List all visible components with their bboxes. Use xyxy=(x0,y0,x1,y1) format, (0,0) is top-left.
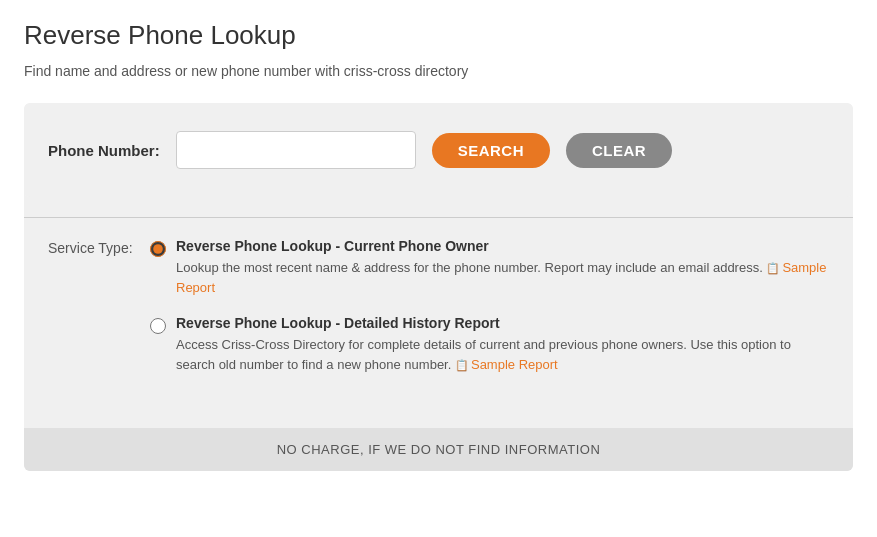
option-content-history: Reverse Phone Lookup - Detailed History … xyxy=(176,315,829,374)
option-title-history: Reverse Phone Lookup - Detailed History … xyxy=(176,315,829,331)
divider xyxy=(24,217,853,218)
clear-button[interactable]: CLEAR xyxy=(566,133,672,168)
footer-bar: NO CHARGE, IF WE DO NOT FIND INFORMATION xyxy=(24,428,853,471)
service-options: Reverse Phone Lookup - Current Phone Own… xyxy=(150,238,829,374)
option-desc-history: Access Criss-Cross Directory for complet… xyxy=(176,335,829,374)
option-title-current: Reverse Phone Lookup - Current Phone Own… xyxy=(176,238,829,254)
service-row: Service Type: Reverse Phone Lookup - Cur… xyxy=(48,238,829,374)
footer-text: NO CHARGE, IF WE DO NOT FIND INFORMATION xyxy=(277,442,601,457)
option-content-current: Reverse Phone Lookup - Current Phone Own… xyxy=(176,238,829,297)
service-label: Service Type: xyxy=(48,238,138,256)
search-panel: Phone Number: SEARCH CLEAR xyxy=(24,103,853,197)
page-title: Reverse Phone Lookup xyxy=(24,20,853,51)
phone-label: Phone Number: xyxy=(48,142,160,159)
service-option-history: Reverse Phone Lookup - Detailed History … xyxy=(150,315,829,374)
service-option-current: Reverse Phone Lookup - Current Phone Own… xyxy=(150,238,829,297)
service-section: Service Type: Reverse Phone Lookup - Cur… xyxy=(24,238,853,398)
page-subtitle: Find name and address or new phone numbe… xyxy=(24,63,853,79)
radio-history[interactable] xyxy=(150,318,166,334)
search-row: Phone Number: SEARCH CLEAR xyxy=(48,131,829,169)
option-desc-current: Lookup the most recent name & address fo… xyxy=(176,258,829,297)
phone-input[interactable] xyxy=(176,131,416,169)
main-panel: Phone Number: SEARCH CLEAR Service Type:… xyxy=(24,103,853,471)
sample-report-link-current[interactable]: 📋Sample Report xyxy=(176,260,826,295)
report-icon-current: 📋 xyxy=(766,262,780,274)
radio-current[interactable] xyxy=(150,241,166,257)
search-button[interactable]: SEARCH xyxy=(432,133,550,168)
page-wrapper: Reverse Phone Lookup Find name and addre… xyxy=(0,0,877,471)
report-icon-history: 📋 xyxy=(455,359,469,371)
sample-report-link-history[interactable]: 📋Sample Report xyxy=(455,357,558,372)
